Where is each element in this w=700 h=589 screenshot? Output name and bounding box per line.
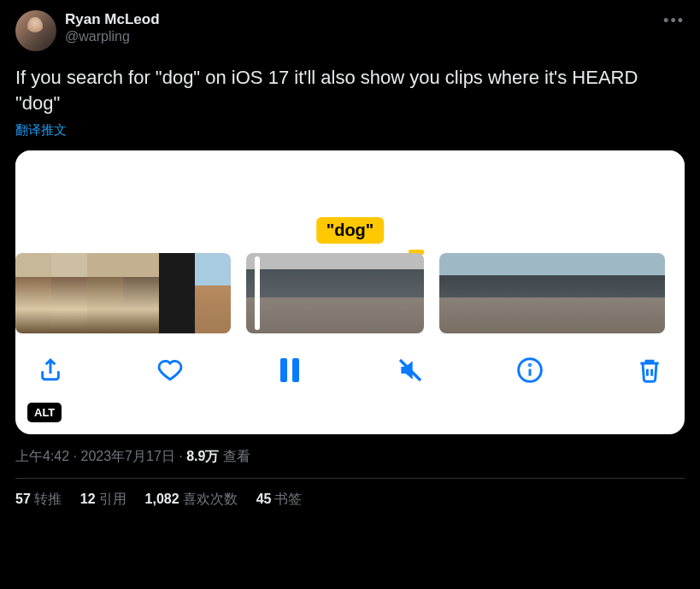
clip-group[interactable] (246, 253, 424, 333)
media-top: "dog" (15, 150, 685, 253)
timeline-frame (291, 253, 335, 333)
timeline-frame (87, 253, 123, 333)
svg-point-3 (529, 365, 530, 366)
retweets-stat[interactable]: 57转推 (15, 491, 62, 509)
divider (15, 478, 685, 479)
timeline-frame (552, 253, 590, 333)
translate-link[interactable]: 翻译推文 (15, 122, 685, 138)
heart-icon[interactable] (156, 356, 185, 385)
retweets-label: 转推 (34, 492, 62, 506)
caption-keyword-label: "dog" (316, 217, 385, 244)
tweet-date[interactable]: 2023年7月17日 (80, 449, 174, 463)
stats-row: 57转推 12引用 1,082喜欢次数 45书签 (15, 491, 685, 509)
tweet-time[interactable]: 上午4:42 (15, 449, 69, 463)
author-handle[interactable]: @warpling (65, 28, 160, 45)
clip-group[interactable] (439, 253, 665, 333)
timeline-frame (515, 253, 552, 333)
timeline-frame (627, 253, 665, 333)
clip-group[interactable] (15, 253, 231, 333)
timeline-frame (51, 253, 87, 333)
tweet-header: Ryan McLeod @warpling ••• (15, 10, 685, 51)
quotes-count: 12 (80, 492, 96, 506)
timeline-frame (590, 253, 627, 333)
quotes-label: 引用 (99, 492, 126, 506)
timeline-frame (379, 253, 424, 333)
retweets-count: 57 (15, 492, 31, 506)
author-name[interactable]: Ryan McLeod (65, 10, 160, 28)
media-toolbar (15, 333, 685, 400)
video-timeline[interactable] (15, 253, 685, 333)
timeline-frame (123, 253, 159, 333)
bookmarks-count: 45 (256, 492, 272, 506)
timeline-frame (195, 253, 231, 333)
trash-icon[interactable] (635, 356, 664, 385)
more-button[interactable]: ••• (663, 12, 685, 30)
timeline-frame (246, 253, 291, 333)
avatar[interactable] (15, 10, 56, 51)
timeline-frame (477, 253, 515, 333)
timeline-frame (15, 253, 51, 333)
bookmarks-label: 书签 (274, 492, 302, 506)
meta-row: 上午4:42 · 2023年7月17日 · 8.9万 查看 (15, 448, 685, 466)
timeline-frame (439, 253, 477, 333)
share-icon[interactable] (36, 356, 65, 385)
pause-icon[interactable] (275, 356, 304, 385)
likes-count: 1,082 (145, 492, 179, 506)
mute-icon[interactable] (396, 356, 425, 385)
quotes-stat[interactable]: 12引用 (80, 491, 126, 509)
tweet-text: If you search for "dog" on iOS 17 it'll … (15, 65, 685, 115)
media-card[interactable]: "dog" (15, 150, 685, 434)
author-block: Ryan McLeod @warpling (65, 10, 160, 45)
timeline-frame (159, 253, 195, 333)
info-icon[interactable] (515, 356, 544, 385)
likes-label: 喜欢次数 (183, 492, 238, 506)
likes-stat[interactable]: 1,082喜欢次数 (145, 491, 238, 509)
alt-badge[interactable]: ALT (27, 403, 62, 422)
bookmarks-stat[interactable]: 45书签 (256, 491, 303, 509)
timeline-frame (335, 253, 379, 333)
views-label: 查看 (223, 449, 250, 463)
views-count: 8.9万 (186, 449, 219, 463)
